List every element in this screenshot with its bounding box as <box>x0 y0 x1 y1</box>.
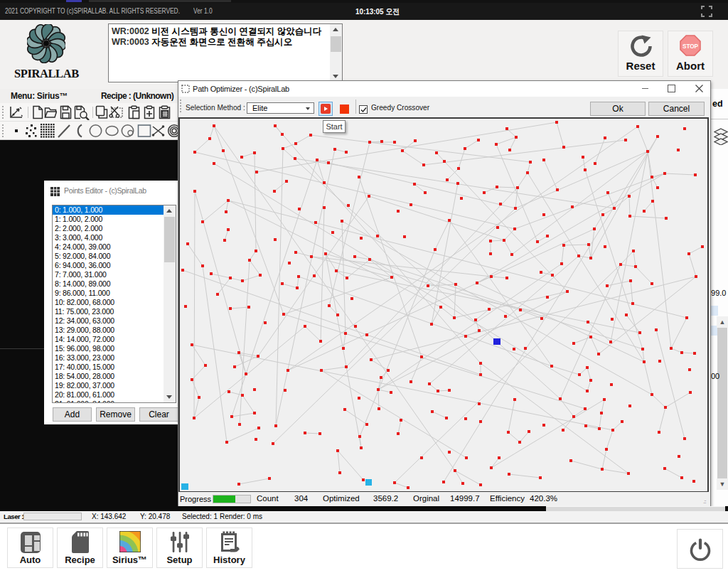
svg-text:STOP: STOP <box>682 43 699 50</box>
